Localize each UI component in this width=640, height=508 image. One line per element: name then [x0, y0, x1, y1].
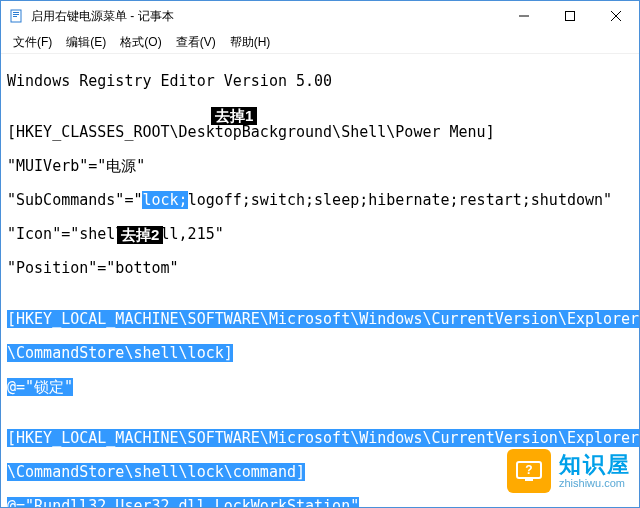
window-title: 启用右键电源菜单 - 记事本 [31, 8, 501, 25]
menu-file[interactable]: 文件(F) [7, 32, 58, 53]
watermark: ? 知识屋 zhishiwu.com [507, 449, 631, 493]
editor-line: @="Rundll32 User32.dll,LockWorkStation" [7, 498, 633, 507]
editor-line: @="锁定" [7, 379, 633, 396]
editor-line: "SubCommands"="lock;logoff;switch;sleep;… [7, 192, 633, 209]
editor-line: "Icon"="shell32.dll,215" [7, 226, 633, 243]
svg-rect-2 [13, 14, 19, 15]
titlebar[interactable]: 启用右键电源菜单 - 记事本 [1, 1, 639, 31]
editor-line: [HKEY_LOCAL_MACHINE\SOFTWARE\Microsoft\W… [7, 311, 633, 328]
menu-view[interactable]: 查看(V) [170, 32, 222, 53]
svg-rect-3 [13, 16, 17, 17]
watermark-url: zhishiwu.com [559, 477, 631, 489]
menu-help[interactable]: 帮助(H) [224, 32, 277, 53]
notepad-icon [9, 8, 25, 24]
watermark-name: 知识屋 [559, 453, 631, 477]
selected-text: \CommandStore\shell\lock\command] [7, 463, 305, 481]
selected-text: [HKEY_LOCAL_MACHINE\SOFTWARE\Microsoft\W… [7, 429, 639, 447]
annotation-1: 去掉1 [211, 107, 257, 125]
svg-rect-5 [566, 12, 575, 21]
editor-line: "Position"="bottom" [7, 260, 633, 277]
text-editor[interactable]: Windows Registry Editor Version 5.00 [HK… [1, 54, 639, 507]
editor-line: Windows Registry Editor Version 5.00 [7, 73, 633, 90]
window-controls [501, 1, 639, 31]
selected-text: lock; [142, 191, 187, 209]
selected-text: @="Rundll32 User32.dll,LockWorkStation" [7, 497, 359, 507]
watermark-text: 知识屋 zhishiwu.com [559, 453, 631, 489]
maximize-button[interactable] [547, 1, 593, 31]
watermark-icon: ? [507, 449, 551, 493]
minimize-button[interactable] [501, 1, 547, 31]
svg-rect-1 [13, 12, 19, 13]
menubar: 文件(F) 编辑(E) 格式(O) 查看(V) 帮助(H) [1, 31, 639, 54]
svg-rect-10 [525, 478, 533, 481]
selected-text: @="锁定" [7, 378, 73, 396]
svg-text:?: ? [525, 463, 532, 477]
editor-line: [HKEY_LOCAL_MACHINE\SOFTWARE\Microsoft\W… [7, 430, 633, 447]
editor-line: "MUIVerb"="电源" [7, 158, 633, 175]
editor-line: [HKEY_CLASSES_ROOT\DesktopBackground\She… [7, 124, 633, 141]
notepad-window: 启用右键电源菜单 - 记事本 文件(F) 编辑(E) 格式(O) 查看(V) 帮… [0, 0, 640, 508]
editor-line: \CommandStore\shell\lock] [7, 345, 633, 362]
menu-edit[interactable]: 编辑(E) [60, 32, 112, 53]
annotation-2: 去掉2 [117, 226, 163, 244]
selected-text: [HKEY_LOCAL_MACHINE\SOFTWARE\Microsoft\W… [7, 310, 639, 328]
menu-format[interactable]: 格式(O) [114, 32, 167, 53]
selected-text: \CommandStore\shell\lock] [7, 344, 233, 362]
close-button[interactable] [593, 1, 639, 31]
